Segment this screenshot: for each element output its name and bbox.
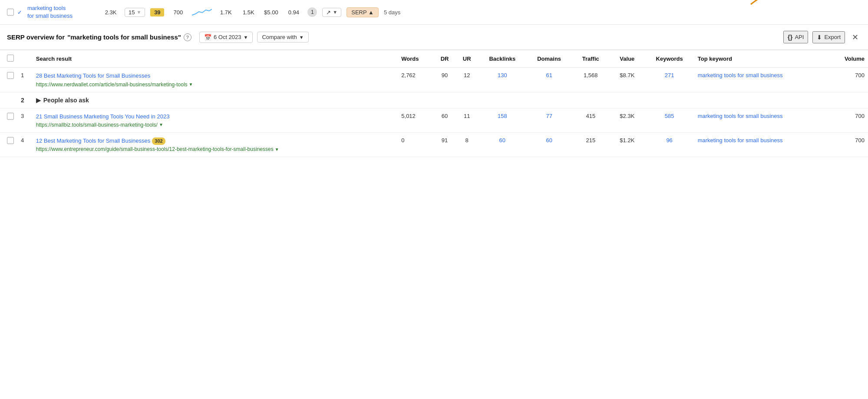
row-checkbox[interactable]	[7, 113, 14, 120]
people-also-ask-cell: ▶ People also ask	[33, 92, 868, 108]
trend-icon: ↗	[326, 9, 331, 16]
th-dr: DR	[433, 50, 455, 68]
url-dropdown-icon[interactable]: ▼	[189, 82, 193, 87]
compare-button[interactable]: Compare with ▼	[257, 32, 308, 43]
arrow-annotation	[746, 0, 816, 10]
top-row-cpc: $5.00	[262, 9, 280, 16]
serp-button[interactable]: SERP ▲	[347, 7, 379, 17]
position-dropdown-icon: ▼	[136, 10, 141, 15]
th-search-result: Search result	[33, 50, 398, 68]
people-also-ask-label: People also ask	[43, 97, 89, 104]
row-traffic: 415	[571, 108, 610, 132]
serp-title-prefix: SERP overview for	[7, 33, 65, 41]
top-keyword-link[interactable]: marketing tools for small business	[698, 72, 783, 78]
th-domains: Domains	[527, 50, 572, 68]
row-volume: 700	[828, 108, 868, 132]
row-domains: 61	[527, 68, 572, 92]
backlinks-link[interactable]: 130	[498, 72, 507, 78]
top-row-keyword: marketing toolsfor small business	[27, 4, 97, 20]
row-domains: 60	[527, 132, 572, 157]
api-button[interactable]: {} API	[783, 31, 809, 43]
position-box[interactable]: 15 ▼	[125, 8, 145, 17]
row-checkbox-cell	[0, 68, 17, 92]
serp-button-label: SERP ▲	[351, 9, 374, 16]
sparkline-icon	[192, 7, 212, 17]
top-row-checkbox[interactable]	[7, 9, 14, 16]
th-num	[17, 50, 33, 68]
table-row: 2 ▶ People also ask	[0, 92, 868, 108]
top-row-days: 5 days	[384, 9, 400, 16]
domains-link[interactable]: 61	[546, 72, 552, 78]
close-button[interactable]: ✕	[849, 33, 861, 42]
domains-link[interactable]: 60	[546, 137, 552, 144]
row-top-keyword: marketing tools for small business	[694, 68, 829, 92]
url-text: https://www.nerdwallet.com/article/small…	[36, 82, 188, 88]
result-title-link[interactable]: 12 Best Marketing Tools for Small Busine…	[36, 137, 395, 145]
row-checkbox[interactable]	[7, 72, 14, 79]
results-table: Search result Words DR UR Backlinks Doma…	[0, 50, 868, 157]
row-keywords: 96	[645, 132, 694, 157]
table-row: 3 21 Small Business Marketing Tools You …	[0, 108, 868, 132]
row-checkbox[interactable]	[7, 137, 14, 144]
domains-link[interactable]: 77	[546, 113, 552, 119]
url-dropdown-icon[interactable]: ▼	[275, 147, 279, 152]
th-keywords: Keywords	[645, 50, 694, 68]
row-traffic: 215	[571, 132, 610, 157]
th-top-keyword: Top keyword	[694, 50, 829, 68]
top-row-stat3: 1.5K	[240, 9, 257, 16]
title-badge: 302	[152, 137, 165, 145]
trend-button[interactable]: ↗ ▼	[322, 8, 341, 17]
row-dr: 60	[433, 108, 455, 132]
table-row: 4 12 Best Marketing Tools for Small Busi…	[0, 132, 868, 157]
row-backlinks: 158	[478, 108, 527, 132]
th-value: Value	[610, 50, 644, 68]
backlinks-link[interactable]: 158	[498, 113, 507, 119]
row-value: $1.2K	[610, 132, 644, 157]
row-result-cell: 21 Small Business Marketing Tools You Ne…	[33, 108, 398, 132]
result-url: https://smallbiz.tools/small-business-ma…	[36, 122, 395, 128]
top-row-checkmark: ✓	[17, 9, 22, 16]
result-title-link[interactable]: 28 Best Marketing Tools for Small Busine…	[36, 72, 395, 80]
row-value: $8.7K	[610, 68, 644, 92]
row-num: 1	[17, 68, 33, 92]
top-row-volume: 2.3K	[102, 9, 119, 16]
row-domains: 77	[527, 108, 572, 132]
row-ur: 12	[456, 68, 478, 92]
people-also-ask-toggle[interactable]: ▶ People also ask	[36, 97, 89, 104]
row-backlinks: 130	[478, 68, 527, 92]
row-dr: 90	[433, 68, 455, 92]
export-button[interactable]: ⬇ Export	[812, 31, 845, 43]
header-checkbox[interactable]	[7, 55, 14, 62]
row-top-keyword: marketing tools for small business	[694, 132, 829, 157]
result-title-link[interactable]: 21 Small Business Marketing Tools You Ne…	[36, 113, 395, 121]
top-row-difficulty: 0.94	[285, 9, 302, 16]
backlinks-link[interactable]: 60	[499, 137, 505, 144]
row-value: $2.3K	[610, 108, 644, 132]
serp-overview-title: SERP overview for "marketing tools for s…	[7, 33, 191, 41]
date-dropdown-icon: ▼	[244, 35, 248, 40]
export-label: Export	[824, 34, 841, 40]
top-keyword-link[interactable]: marketing tools for small business	[698, 113, 783, 119]
top-row-stat2: 1.7K	[217, 9, 234, 16]
keywords-link[interactable]: 271	[665, 72, 674, 78]
serp-overview-header: SERP overview for "marketing tools for s…	[0, 25, 868, 50]
row-traffic: 1,568	[571, 68, 610, 92]
url-dropdown-icon[interactable]: ▼	[159, 122, 163, 127]
row-dr: 91	[433, 132, 455, 157]
th-words: Words	[398, 50, 433, 68]
row-num: 4	[17, 132, 33, 157]
th-volume: Volume	[828, 50, 868, 68]
row-words: 5,012	[398, 108, 433, 132]
compare-label: Compare with	[262, 34, 297, 40]
api-label: API	[795, 34, 804, 40]
row-words: 2,762	[398, 68, 433, 92]
th-backlinks: Backlinks	[478, 50, 527, 68]
date-button[interactable]: 📅 6 Oct 2023 ▼	[199, 32, 253, 43]
th-traffic: Traffic	[571, 50, 610, 68]
keywords-link[interactable]: 585	[665, 113, 674, 119]
position-value: 15	[129, 9, 135, 16]
top-keyword-link[interactable]: marketing tools for small business	[698, 137, 783, 144]
keywords-link[interactable]: 96	[666, 137, 672, 144]
help-icon[interactable]: ?	[184, 33, 191, 41]
th-checkbox	[0, 50, 17, 68]
